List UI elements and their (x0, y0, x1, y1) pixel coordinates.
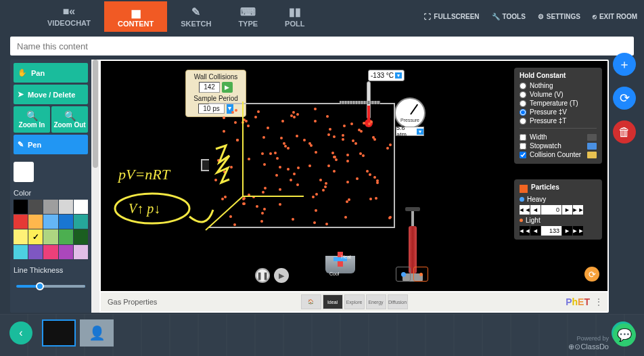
label: Zoom In (19, 121, 45, 129)
home-mode[interactable]: 🏠 (301, 294, 321, 309)
pen-tool[interactable]: ✎Pen (14, 135, 88, 154)
add-button[interactable]: ＋ (613, 53, 636, 76)
color-swatch[interactable] (14, 245, 28, 259)
color-swatch[interactable] (59, 229, 73, 244)
heat-cool-control[interactable]: Heat Cool (325, 256, 355, 282)
reset-button[interactable]: ⟳ (584, 267, 599, 282)
heavy-first[interactable]: ◄◄ (520, 205, 530, 215)
zoom-out-tool[interactable]: 🔍Zoom Out (51, 106, 88, 133)
tab-poll[interactable]: ▮▮ POLL (271, 1, 318, 32)
pause-button[interactable]: ❚❚ (255, 268, 270, 283)
pressure-unit-dropdown[interactable]: ▾ (417, 129, 423, 135)
color-swatch[interactable] (14, 229, 28, 244)
current-color-swatch[interactable] (14, 162, 34, 182)
chat-button[interactable]: 💬 (613, 324, 636, 347)
color-swatch[interactable] (74, 200, 88, 214)
thumb-1[interactable] (42, 319, 76, 347)
light-next[interactable]: ► (562, 226, 572, 236)
color-section-label: Color (14, 189, 88, 197)
heavy-last[interactable]: ►► (573, 205, 583, 215)
light-spinner[interactable]: ◄◄ ◄ 133 ► ►► (520, 226, 597, 236)
file-icon: ▅ (132, 5, 140, 18)
check-width[interactable]: Width (520, 133, 597, 141)
counter-play-button[interactable]: ▶ (222, 82, 233, 93)
color-swatch[interactable] (74, 245, 88, 259)
radio-temperature[interactable]: Temperature (T) (520, 99, 597, 107)
fullscreen-button[interactable]: ⛶FULLSCREEN (424, 13, 479, 20)
check-stopwatch[interactable]: Stopwatch (520, 142, 597, 150)
exitroom-button[interactable]: ⎋EXIT ROOM (593, 13, 637, 20)
color-swatch[interactable] (43, 200, 58, 214)
color-grid (14, 200, 88, 259)
tab-label: CONTENT (118, 20, 154, 28)
thickness-section-label: Line Thickness (14, 266, 88, 274)
color-swatch[interactable] (28, 200, 43, 214)
tab-content[interactable]: ▅ CONTENT (104, 1, 167, 32)
pan-tool[interactable]: ✋Pan (14, 63, 88, 83)
floating-action-buttons: ＋ ⟳ 🗑 (613, 53, 636, 143)
color-swatch[interactable] (28, 215, 43, 229)
phet-logo[interactable]: PhET (566, 296, 590, 307)
vertical-scrollbar[interactable] (91, 60, 99, 313)
left-tool-panel: ✋Pan ➤Move / Delete 🔍Zoom In 🔍Zoom Out ✎… (10, 60, 91, 313)
radio-pressure-v[interactable]: Pressure ‡V (520, 108, 597, 116)
explore-mode[interactable]: Explore (344, 294, 365, 309)
label: Zoom Out (53, 121, 85, 129)
color-swatch[interactable] (59, 245, 73, 259)
check-collision-counter[interactable]: Collision Counter (520, 151, 597, 158)
color-swatch[interactable] (74, 215, 88, 229)
tab-videochat[interactable]: ■« VIDEOCHAT (34, 1, 104, 31)
radio-volume[interactable]: Volume (V) (520, 91, 597, 98)
nav-prev-button[interactable]: ‹ (9, 321, 32, 344)
slider-thumb[interactable] (36, 282, 44, 290)
refresh-button[interactable]: ⟳ (613, 87, 636, 110)
delete-button[interactable]: 🗑 (613, 120, 636, 143)
light-first[interactable]: ◄◄ (520, 226, 530, 236)
color-swatch[interactable] (43, 215, 58, 229)
heavy-spinner[interactable]: ◄◄ ◄ 0 ► ►► (520, 205, 597, 215)
label: TOOLS (503, 13, 526, 20)
temp-unit-dropdown[interactable]: ▾ (395, 72, 402, 79)
sim-menu-button[interactable]: ⋮ (594, 296, 603, 307)
step-button[interactable]: ▶ (274, 268, 289, 283)
light-toggle[interactable] (413, 267, 428, 282)
heavy-dot-icon (520, 197, 524, 202)
tools-button[interactable]: 🔧TOOLS (492, 13, 526, 20)
label: Pressure ‡V (530, 108, 567, 116)
settings-button[interactable]: ⚙SETTINGS (538, 13, 580, 20)
diffusion-mode[interactable]: Diffusion (388, 294, 408, 309)
color-swatch[interactable] (28, 229, 43, 244)
content-title-input[interactable] (10, 37, 634, 55)
color-swatch[interactable] (43, 229, 58, 244)
radio-nothing[interactable]: Nothing (520, 82, 597, 89)
heavy-label: Heavy (527, 196, 546, 203)
sim-mode-tabs: 🏠 Ideal Explore Energy Diffusion (301, 294, 408, 309)
heavy-prev[interactable]: ◄ (530, 205, 540, 215)
zoom-in-tool[interactable]: 🔍Zoom In (14, 106, 50, 133)
color-swatch[interactable] (28, 245, 43, 259)
playback-controls: ❚❚ ▶ (255, 268, 289, 283)
tab-sketch[interactable]: ✎ SKETCH (167, 1, 225, 32)
color-swatch[interactable] (59, 200, 73, 214)
zoom-in-icon: 🔍 (15, 110, 49, 121)
radio-pressure-t[interactable]: Pressure ‡T (520, 117, 597, 125)
ideal-mode[interactable]: Ideal (323, 294, 343, 309)
color-swatch[interactable] (74, 229, 88, 244)
color-swatch[interactable] (14, 200, 28, 214)
energy-mode[interactable]: Energy (366, 294, 386, 309)
move-delete-tool[interactable]: ➤Move / Delete (14, 85, 88, 104)
simulation-canvas[interactable]: Wall Collisions 142 ▶ Sample Period 10 p… (101, 61, 607, 291)
color-swatch[interactable] (59, 215, 73, 229)
color-swatch[interactable] (14, 215, 28, 229)
thumb-2[interactable]: 👤 (80, 319, 114, 347)
heavy-next[interactable]: ► (562, 205, 572, 215)
tab-type[interactable]: ⌨ TYPE (225, 1, 271, 32)
thickness-slider[interactable] (16, 285, 85, 288)
light-prev[interactable]: ◄ (530, 226, 540, 236)
heavy-toggle[interactable] (396, 267, 411, 282)
container-resize-handle[interactable] (201, 159, 209, 171)
gas-container[interactable] (209, 103, 395, 228)
color-swatch[interactable] (43, 245, 58, 259)
light-last[interactable]: ►► (573, 226, 583, 236)
tab-label: VIDEOCHAT (47, 19, 91, 27)
